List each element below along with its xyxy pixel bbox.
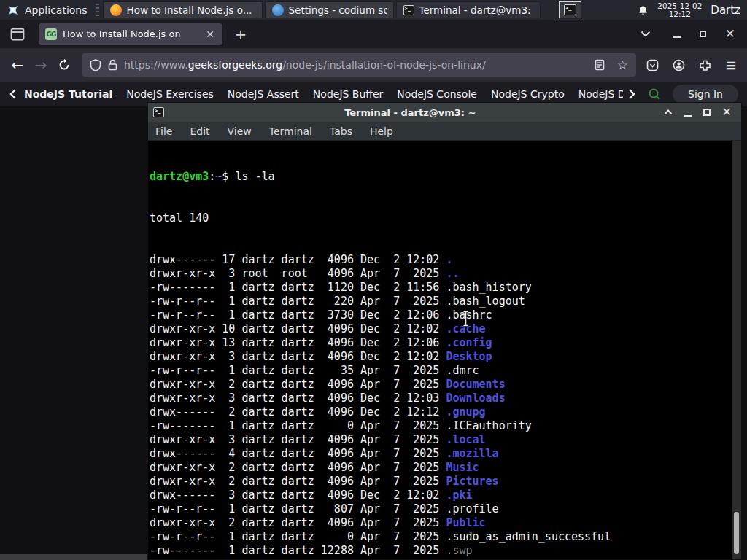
maximize-icon[interactable] (700, 31, 706, 37)
terminal-listing-row: -rw-r--r-- 1 dartz dartz 35 Apr 7 2025 .… (150, 364, 741, 378)
file-name: .dmrc (446, 364, 479, 377)
notification-bell-icon[interactable] (638, 4, 649, 16)
file-info: -rw------- 1 dartz dartz 1120 Dec 2 11:5… (150, 281, 446, 294)
reader-mode-icon[interactable] (595, 59, 605, 71)
dir-name: Desktop (446, 350, 492, 363)
chevron-right-icon[interactable] (627, 88, 636, 100)
menu-terminal[interactable]: Terminal (268, 125, 313, 137)
menu-icon[interactable]: ≡ (725, 57, 737, 73)
file-info: drwxr-xr-x 2 dartz dartz 4096 Apr 7 2025 (150, 378, 446, 391)
nav-link-nodejs-dns[interactable]: NodeJS DNS (578, 88, 623, 100)
window-controls: ✕ (640, 28, 747, 40)
workspace-pager[interactable] (559, 1, 581, 18)
file-info: -rw------- 1 dartz dartz 0 Apr 7 2025 (150, 419, 446, 432)
tracking-shield-icon[interactable] (90, 59, 101, 71)
window-button-firefox[interactable]: How to Install Node.js o... (103, 1, 263, 18)
terminal-scrollbar[interactable] (732, 141, 741, 559)
clock[interactable]: 2025-12-02 12:12 (657, 2, 702, 18)
bookmark-star-icon[interactable]: ☆ (617, 58, 628, 72)
clock-time: 12:12 (657, 10, 702, 18)
nav-link-nodejs-buffer[interactable]: NodeJS Buffer (313, 88, 384, 100)
menu-help[interactable]: Help (369, 125, 394, 137)
username-label: Dartz (711, 4, 740, 17)
new-tab-button[interactable]: + (230, 24, 252, 44)
close-icon[interactable]: ✕ (725, 28, 735, 40)
tab-close-icon[interactable]: ✕ (204, 28, 216, 41)
browser-tab-active[interactable]: GG How to Install Node.js on ✕ (39, 23, 222, 45)
applications-menu-button[interactable]: Applications (0, 0, 94, 20)
chevron-left-icon[interactable] (9, 88, 18, 100)
menu-edit[interactable]: Edit (189, 125, 210, 137)
dir-name: Downloads (446, 392, 505, 405)
terminal-title-bar[interactable]: Terminal - dartz@vm3: ~ ✕ (148, 103, 741, 122)
nav-link-nodejs-exercises[interactable]: NodeJS Exercises (126, 88, 214, 100)
search-icon[interactable] (648, 88, 661, 101)
terminal-listing-row: drwx------ 4 dartz dartz 4096 Apr 7 2025… (150, 447, 741, 461)
codium-icon (272, 4, 284, 16)
back-button[interactable]: ← (6, 53, 29, 77)
dir-name: .gnupg (446, 405, 485, 419)
lock-icon[interactable] (108, 59, 117, 71)
firefox-view-button[interactable] (5, 24, 30, 44)
file-info: -rw-r--r-- 1 dartz dartz 220 Apr 7 2025 (150, 295, 446, 308)
prompt-user-host: dartz@vm3 (150, 170, 209, 183)
terminal-icon (153, 107, 164, 117)
nav-link-nodejs-console[interactable]: NodeJS Console (397, 88, 477, 100)
window-button-codium[interactable]: Settings - codium script... (265, 1, 394, 18)
file-info: -rw-r--r-- 1 dartz dartz 807 Apr 7 2025 (150, 502, 446, 516)
nav-link-nodejs-crypto[interactable]: NodeJS Crypto (491, 88, 565, 100)
file-info: -rw------- 1 dartz dartz 12288 Apr 7 202… (150, 544, 446, 557)
menu-tabs[interactable]: Tabs (329, 125, 353, 137)
reload-button[interactable] (53, 53, 76, 77)
gfg-nav-links: NodeJS TutorialNodeJS ExercisesNodeJS As… (24, 88, 623, 100)
panel-grip-handle[interactable] (96, 4, 99, 17)
maximize-icon[interactable] (703, 109, 711, 116)
desktop: Applications How to Install Node.js o...… (0, 0, 747, 560)
menu-file[interactable]: File (155, 125, 173, 137)
nav-link-nodejs-tutorial[interactable]: NodeJS Tutorial (24, 88, 112, 100)
dir-name: .config (446, 336, 492, 349)
clock-date: 2025-12-02 (657, 2, 702, 10)
page-bottom-scrollbar[interactable] (0, 554, 147, 560)
file-info: drwxr-xr-x 2 dartz dartz 4096 Apr 7 2025 (150, 558, 446, 559)
window-button-label: How to Install Node.js o... (127, 4, 252, 16)
sign-in-button[interactable]: Sign In (673, 85, 738, 104)
file-info: -rw-r--r-- 1 dartz dartz 35 Apr 7 2025 (150, 364, 446, 377)
firefox-view-icon (10, 28, 25, 41)
dir-name: .pki (446, 489, 472, 502)
window-button-terminal[interactable]: Terminal - dartz@vm3: ~ (396, 1, 541, 18)
menu-view[interactable]: View (227, 125, 252, 137)
terminal-listing-row: drwxr-xr-x 3 dartz dartz 4096 Apr 7 2025… (150, 433, 741, 447)
url-scheme: https://www. (124, 59, 188, 71)
terminal-scrollbar-thumb[interactable] (734, 512, 739, 554)
terminal-listing-row: -rw-r--r-- 1 dartz dartz 0 Apr 7 2025 .s… (150, 530, 741, 544)
file-name: .bash_history (446, 281, 531, 294)
applications-menu-label: Applications (25, 4, 88, 16)
close-icon[interactable]: ✕ (722, 106, 732, 118)
downloads-icon[interactable] (646, 59, 659, 71)
extensions-icon[interactable] (699, 59, 711, 71)
terminal-listing-row: -rw------- 1 dartz dartz 1120 Dec 2 11:5… (150, 281, 741, 295)
dir-name: Pictures (446, 475, 498, 488)
terminal-listing-row: drwx------ 17 dartz dartz 4096 Dec 2 12:… (150, 253, 741, 267)
list-all-tabs-icon[interactable] (640, 31, 651, 37)
file-info: drwxr-xr-x 3 dartz dartz 4096 Apr 7 2025 (150, 433, 446, 446)
terminal-listing: drwx------ 17 dartz dartz 4096 Dec 2 12:… (150, 253, 741, 559)
minimize-icon[interactable] (673, 36, 681, 38)
file-info: -rw-r--r-- 1 dartz dartz 3730 Dec 2 12:0… (150, 308, 446, 322)
url-path: /node-js/installation-of-node-js-on-linu… (282, 59, 486, 71)
file-name: .sudo_as_admin_successful (446, 530, 611, 543)
file-name: .profile (446, 502, 498, 516)
forward-button[interactable]: → (29, 53, 53, 77)
shade-icon[interactable] (664, 109, 673, 115)
nav-link-nodejs-assert[interactable]: NodeJS Assert (228, 88, 299, 100)
file-info: drwx------ 3 dartz dartz 4096 Dec 2 12:0… (150, 489, 446, 502)
minimize-icon[interactable] (684, 115, 692, 117)
file-info: drwx------ 2 dartz dartz 4096 Dec 2 12:1… (150, 405, 446, 419)
account-icon[interactable] (673, 59, 685, 71)
terminal-listing-row: drwxr-xr-x 2 dartz dartz 4096 Apr 7 2025… (150, 558, 741, 559)
dir-name: Templates (446, 558, 505, 559)
url-bar[interactable]: https://www.geeksforgeeks.org/node-js/in… (82, 53, 636, 77)
text-cursor-pointer (461, 311, 471, 327)
terminal-output[interactable]: dartz@vm3:~$ ls -la total 140 drwx------… (148, 141, 741, 559)
